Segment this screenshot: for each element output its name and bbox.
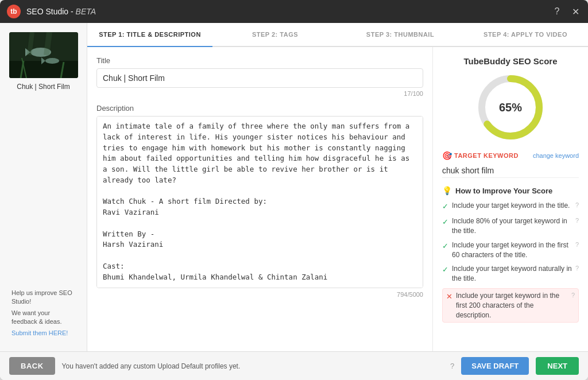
tab-step2[interactable]: STEP 2: TAGS <box>212 23 338 46</box>
title-label: Title <box>96 56 423 65</box>
score-item-1: ✓ Include 80% of your target keyword in … <box>442 216 579 236</box>
score-text-4: Include your target keyword in the first… <box>456 291 568 320</box>
help-icon-1[interactable]: ? <box>575 216 579 225</box>
help-icon[interactable]: ? <box>551 6 563 17</box>
feedback-line2: We want your feedback & ideas. <box>11 309 75 327</box>
help-icon-0[interactable]: ? <box>575 201 579 210</box>
bottom-help-icon[interactable]: ? <box>450 362 454 370</box>
bulb-icon: 💡 <box>442 186 452 195</box>
main-content: Chuk | Short Film Help us improve SEO St… <box>0 23 588 351</box>
feedback-box: Help us improve SEO Studio! We want your… <box>7 284 80 342</box>
title-input[interactable] <box>96 68 423 88</box>
svg-line-9 <box>29 32 32 55</box>
description-textarea[interactable]: An intimate tale of a family of three wh… <box>96 116 423 288</box>
app-window: tb SEO Studio - BETA ? ✕ <box>0 0 588 380</box>
svg-rect-1 <box>9 61 78 78</box>
score-item-0: ✓ Include your target keyword in the tit… <box>442 201 579 212</box>
tab-step4[interactable]: STEP 4: APPLY TO VIDEO <box>463 23 588 46</box>
improve-title: 💡 How to Improve Your Score <box>442 186 579 195</box>
steps-nav: STEP 1: TITLE & DESCRIPTION STEP 2: TAGS… <box>87 23 588 47</box>
help-icon-2[interactable]: ? <box>575 241 579 249</box>
save-draft-button[interactable]: SAVE DRAFT <box>461 357 529 375</box>
center-panel: STEP 1: TITLE & DESCRIPTION STEP 2: TAGS… <box>87 23 588 351</box>
donut-chart: 65% <box>476 73 545 142</box>
tab-step1[interactable]: STEP 1: TITLE & DESCRIPTION <box>87 23 212 46</box>
close-icon[interactable]: ✕ <box>570 6 581 17</box>
video-thumbnail <box>9 32 78 78</box>
svg-point-7 <box>45 58 59 64</box>
description-label: Description <box>96 104 423 113</box>
video-label: Chuk | Short Film <box>17 83 69 91</box>
check-icon-3: ✓ <box>442 265 448 275</box>
improve-section: 💡 How to Improve Your Score ✓ Include yo… <box>442 186 579 323</box>
score-text-3: Include your target keyword naturally in… <box>452 264 572 284</box>
title-bar: tb SEO Studio - BETA ? ✕ <box>0 0 588 23</box>
target-keyword-row: 🎯 TARGET KEYWORD change keyword <box>442 151 579 160</box>
seo-score-title: TubeBuddy SEO Score <box>442 56 579 66</box>
app-logo: tb <box>7 5 21 18</box>
donut-chart-wrapper: 65% <box>442 73 579 142</box>
next-button[interactable]: NEXT <box>536 357 579 375</box>
help-icon-3[interactable]: ? <box>575 264 579 273</box>
feedback-line1: Help us improve SEO Studio! <box>11 289 75 307</box>
check-icon-0: ✓ <box>442 201 448 212</box>
title-input-wrapper <box>96 68 423 88</box>
form-panel: Title 17/100 Description An intimate tal… <box>87 47 433 351</box>
help-icon-4[interactable]: ? <box>571 291 575 300</box>
check-icon-1: ✓ <box>442 217 448 227</box>
target-keyword-label: TARGET KEYWORD <box>454 152 519 159</box>
score-text-1: Include 80% of your target keyword in th… <box>452 216 572 236</box>
check-icon-2: ✓ <box>442 241 448 251</box>
bottom-message: You haven't added any custom Upload Defa… <box>62 362 443 370</box>
title-bar-actions: ? ✕ <box>551 6 581 17</box>
app-title: SEO Studio - BETA <box>26 7 551 16</box>
target-icon: 🎯 <box>442 151 452 160</box>
tab-step3[interactable]: STEP 3: THUMBNAIL <box>338 23 463 46</box>
score-item-3: ✓ Include your target keyword naturally … <box>442 264 579 284</box>
donut-label: 65% <box>499 101 522 114</box>
desc-char-count: 794/5000 <box>96 291 423 298</box>
change-keyword-link[interactable]: change keyword <box>533 152 579 159</box>
x-icon-4: ✕ <box>446 292 452 302</box>
seo-panel: TubeBuddy SEO Score 65% 🎯 TARGET KEY <box>433 47 588 351</box>
back-button[interactable]: BACK <box>9 357 55 375</box>
score-text-2: Include your target keyword in the first… <box>452 241 572 260</box>
bottom-bar: BACK You haven't added any custom Upload… <box>0 351 588 380</box>
keyword-value: chuk short film <box>442 164 579 178</box>
svg-line-10 <box>47 32 49 55</box>
left-sidebar: Chuk | Short Film Help us improve SEO St… <box>0 23 87 351</box>
feedback-link[interactable]: Submit them HERE! <box>11 329 68 336</box>
score-item-2: ✓ Include your target keyword in the fir… <box>442 241 579 260</box>
content-area: Title 17/100 Description An intimate tal… <box>87 47 588 351</box>
title-char-count: 17/100 <box>96 90 423 97</box>
score-item-4: ✕ Include your target keyword in the fir… <box>442 288 579 323</box>
score-text-0: Include your target keyword in the title… <box>452 201 572 211</box>
